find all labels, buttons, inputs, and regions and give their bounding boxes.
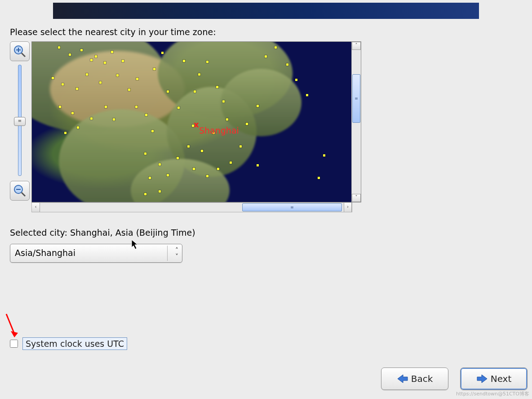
city-dot[interactable]: [116, 74, 119, 76]
timezone-dropdown[interactable]: Asia/Shanghai ˄˅: [10, 244, 182, 263]
content-area: Please select the nearest city in your t…: [10, 27, 369, 263]
city-dot[interactable]: [111, 51, 113, 53]
city-dot[interactable]: [71, 112, 74, 114]
timezone-value: Asia/Shanghai: [15, 248, 75, 258]
svg-marker-10: [477, 375, 487, 383]
city-dot[interactable]: [151, 130, 154, 132]
city-dot[interactable]: [201, 150, 203, 152]
svg-line-3: [22, 53, 25, 57]
scroll-up-button[interactable]: ˄: [352, 42, 361, 50]
world-map[interactable]: xShanghai ˄ ≡ ˅: [31, 41, 361, 202]
city-dot[interactable]: [206, 61, 208, 63]
city-dot[interactable]: [76, 88, 78, 90]
zoom-out-icon: [13, 184, 27, 197]
city-dot[interactable]: [105, 106, 107, 108]
dropdown-separator: [167, 246, 168, 261]
city-dot[interactable]: [177, 157, 179, 159]
header-banner: [53, 3, 479, 19]
city-dot[interactable]: [161, 52, 164, 54]
svg-line-7: [6, 314, 14, 334]
city-dot[interactable]: [177, 107, 180, 109]
city-dot[interactable]: [230, 161, 232, 164]
city-dot[interactable]: [52, 77, 54, 79]
city-dot[interactable]: [286, 63, 288, 66]
system-clock-utc-label[interactable]: System clock uses UTC: [22, 337, 127, 350]
city-dot[interactable]: [323, 154, 325, 157]
city-dot[interactable]: [306, 94, 308, 96]
city-dot[interactable]: [222, 100, 225, 103]
city-dot[interactable]: [77, 126, 79, 129]
city-dot[interactable]: [135, 106, 137, 108]
city-dot[interactable]: [80, 49, 83, 51]
city-dot[interactable]: [194, 90, 196, 93]
selected-city-label: Selected city: Shanghai, Asia (Beijing T…: [10, 228, 369, 238]
utc-checkbox-row: System clock uses UTC: [10, 337, 127, 350]
city-dot[interactable]: [149, 177, 151, 179]
city-dot[interactable]: [136, 78, 138, 80]
city-dot[interactable]: [104, 62, 106, 64]
city-dot[interactable]: [64, 132, 66, 134]
city-dot[interactable]: [257, 164, 259, 166]
annotation-arrow: [4, 312, 22, 339]
city-dot[interactable]: [257, 105, 259, 107]
city-dot[interactable]: [128, 89, 130, 91]
vertical-scroll-thumb[interactable]: ≡: [352, 74, 360, 123]
dropdown-spinner-icon: ˄˅: [175, 247, 178, 260]
scroll-left-button[interactable]: ‹: [32, 203, 40, 212]
city-dot[interactable]: [167, 174, 169, 176]
city-dot[interactable]: [193, 168, 195, 170]
city-dot[interactable]: [206, 175, 208, 177]
city-dot[interactable]: [275, 46, 277, 49]
city-dot[interactable]: [95, 55, 97, 58]
city-dot[interactable]: [144, 152, 146, 155]
city-dot[interactable]: [144, 193, 146, 195]
city-dot[interactable]: [59, 106, 61, 108]
selected-city-marker[interactable]: x: [194, 122, 199, 127]
scroll-down-button[interactable]: ˅: [352, 194, 361, 202]
city-dot[interactable]: [167, 90, 169, 93]
city-dot[interactable]: [198, 73, 200, 76]
city-dot[interactable]: [69, 54, 71, 56]
city-dot[interactable]: [265, 55, 267, 58]
city-dot[interactable]: [122, 60, 124, 62]
svg-marker-9: [398, 375, 408, 383]
city-dot[interactable]: [183, 60, 185, 62]
city-dot[interactable]: [318, 177, 320, 179]
zoom-slider-thumb[interactable]: ≡: [14, 117, 26, 126]
city-dot[interactable]: [217, 168, 219, 170]
zoom-in-button[interactable]: [10, 41, 30, 61]
watermark: https://sendtown@51CTO博客: [456, 390, 529, 397]
back-button[interactable]: Back: [381, 368, 448, 390]
city-dot[interactable]: [113, 118, 115, 121]
city-dot[interactable]: [90, 117, 93, 120]
zoom-out-button[interactable]: [10, 181, 30, 201]
city-dot[interactable]: [246, 123, 248, 125]
horizontal-scroll-thumb[interactable]: ≡: [242, 203, 342, 211]
system-clock-utc-checkbox[interactable]: [10, 340, 18, 348]
city-dot[interactable]: [90, 59, 93, 61]
city-dot[interactable]: [159, 163, 161, 166]
city-dot[interactable]: [62, 83, 64, 85]
map-horizontal-scrollbar[interactable]: ‹ ≡ ›: [31, 202, 352, 212]
map-vertical-scrollbar[interactable]: ˄ ≡ ˅: [351, 42, 361, 202]
svg-line-6: [22, 193, 25, 196]
city-dot[interactable]: [226, 118, 228, 121]
back-arrow-icon: [397, 374, 408, 384]
next-button-label: Next: [491, 373, 512, 384]
map-canvas[interactable]: xShanghai: [32, 42, 352, 202]
city-dot[interactable]: [216, 86, 218, 88]
city-dot[interactable]: [295, 79, 297, 81]
city-dot[interactable]: [239, 145, 242, 148]
city-dot[interactable]: [99, 81, 102, 84]
city-dot[interactable]: [187, 145, 190, 148]
city-dot[interactable]: [153, 68, 155, 70]
city-dot[interactable]: [86, 73, 88, 76]
selected-city-map-label: Shanghai: [199, 126, 239, 135]
scroll-right-button[interactable]: ›: [344, 203, 352, 212]
city-dot[interactable]: [58, 46, 60, 49]
timezone-prompt: Please select the nearest city in your t…: [10, 27, 369, 37]
map-zone: ≡ xShanghai ˄ ≡: [10, 41, 360, 212]
next-button[interactable]: Next: [460, 368, 528, 390]
city-dot[interactable]: [145, 114, 147, 116]
city-dot[interactable]: [159, 190, 161, 193]
